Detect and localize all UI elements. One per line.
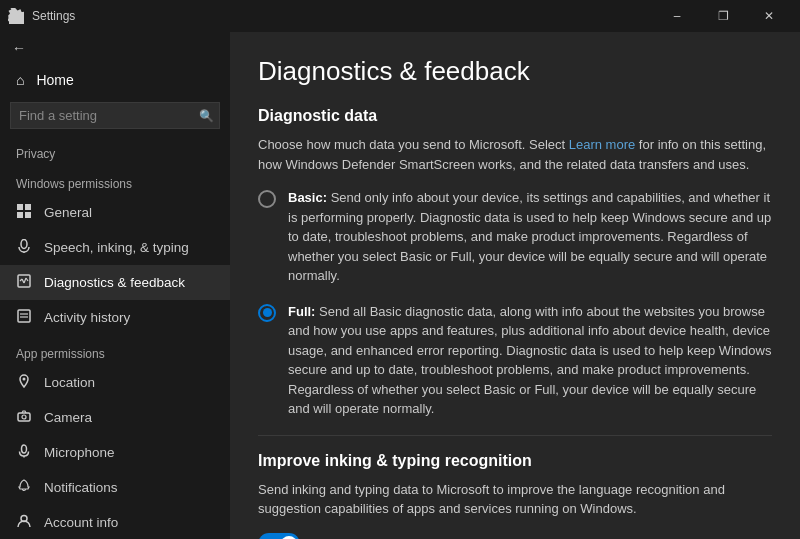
settings-icon	[8, 8, 24, 24]
home-icon: ⌂	[16, 72, 24, 88]
section-divider	[258, 435, 772, 436]
basic-radio-label: Basic:	[288, 190, 331, 205]
full-radio-label: Full:	[288, 304, 319, 319]
camera-label: Camera	[44, 410, 92, 425]
svg-line-9	[24, 278, 26, 283]
sidebar-item-general[interactable]: General	[0, 195, 230, 230]
basic-radio-text: Basic: Send only info about your device,…	[288, 188, 772, 286]
diagnostic-section-title: Diagnostic data	[258, 107, 772, 125]
diagnostics-icon	[16, 274, 32, 291]
main-content: Diagnostics & feedback Diagnostic data C…	[230, 32, 800, 539]
svg-rect-2	[17, 212, 23, 218]
restore-button[interactable]: ❐	[700, 0, 746, 32]
microphone-icon	[16, 444, 32, 461]
privacy-section-label: Privacy	[0, 135, 230, 165]
full-radio-text: Full: Send all Basic diagnostic data, al…	[288, 302, 772, 419]
search-icon: 🔍	[199, 109, 214, 123]
app-container: ← ⌂ Home 🔍 Privacy Windows permissions G…	[0, 32, 800, 539]
svg-rect-11	[18, 310, 30, 322]
svg-point-16	[22, 415, 26, 419]
inking-toggle[interactable]	[258, 533, 300, 540]
full-radio-option: Full: Send all Basic diagnostic data, al…	[258, 302, 772, 419]
inking-desc: Send inking and typing data to Microsoft…	[258, 480, 772, 519]
sidebar-item-home[interactable]: ⌂ Home	[0, 64, 230, 96]
camera-icon	[16, 409, 32, 426]
learn-more-link[interactable]: Learn more	[569, 137, 635, 152]
sidebar-item-microphone[interactable]: Microphone	[0, 435, 230, 470]
basic-radio-button[interactable]	[258, 190, 276, 208]
sidebar: ← ⌂ Home 🔍 Privacy Windows permissions G…	[0, 32, 230, 539]
sidebar-item-diagnostics[interactable]: Diagnostics & feedback	[0, 265, 230, 300]
notifications-label: Notifications	[44, 480, 118, 495]
page-title: Diagnostics & feedback	[258, 56, 772, 87]
general-icon	[16, 204, 32, 221]
speech-label: Speech, inking, & typing	[44, 240, 189, 255]
titlebar-title: Settings	[32, 9, 75, 23]
inking-section-title: Improve inking & typing recognition	[258, 452, 772, 470]
home-label: Home	[36, 72, 73, 88]
windows-permissions-label: Windows permissions	[0, 165, 230, 195]
svg-point-14	[23, 378, 26, 381]
svg-rect-1	[25, 204, 31, 210]
titlebar-controls: – ❐ ✕	[654, 0, 792, 32]
svg-rect-3	[25, 212, 31, 218]
sidebar-item-account[interactable]: Account info	[0, 505, 230, 539]
app-permissions-label: App permissions	[0, 335, 230, 365]
account-icon	[16, 514, 32, 531]
sidebar-item-notifications[interactable]: Notifications	[0, 470, 230, 505]
svg-rect-0	[17, 204, 23, 210]
inking-toggle-row: On	[258, 533, 772, 540]
svg-point-4	[21, 240, 27, 249]
location-label: Location	[44, 375, 95, 390]
back-arrow-icon: ←	[12, 40, 26, 56]
notifications-icon	[16, 479, 32, 496]
diagnostic-desc: Choose how much data you send to Microso…	[258, 135, 772, 174]
svg-line-10	[26, 278, 28, 281]
sidebar-item-camera[interactable]: Camera	[0, 400, 230, 435]
minimize-button[interactable]: –	[654, 0, 700, 32]
sidebar-item-location[interactable]: Location	[0, 365, 230, 400]
svg-point-17	[22, 445, 27, 453]
location-icon	[16, 374, 32, 391]
titlebar: Settings – ❐ ✕	[0, 0, 800, 32]
speech-icon	[16, 239, 32, 256]
account-label: Account info	[44, 515, 118, 530]
back-button[interactable]: ←	[0, 32, 230, 64]
activity-icon	[16, 309, 32, 326]
svg-rect-6	[18, 275, 30, 287]
close-button[interactable]: ✕	[746, 0, 792, 32]
general-label: General	[44, 205, 92, 220]
sidebar-item-activity[interactable]: Activity history	[0, 300, 230, 335]
svg-rect-15	[18, 413, 30, 421]
search-box: 🔍	[10, 102, 220, 129]
full-radio-button[interactable]	[258, 304, 276, 322]
diagnostics-label: Diagnostics & feedback	[44, 275, 185, 290]
microphone-label: Microphone	[44, 445, 115, 460]
basic-radio-option: Basic: Send only info about your device,…	[258, 188, 772, 286]
titlebar-left: Settings	[8, 8, 75, 24]
sidebar-item-speech[interactable]: Speech, inking, & typing	[0, 230, 230, 265]
activity-label: Activity history	[44, 310, 130, 325]
search-input[interactable]	[10, 102, 220, 129]
